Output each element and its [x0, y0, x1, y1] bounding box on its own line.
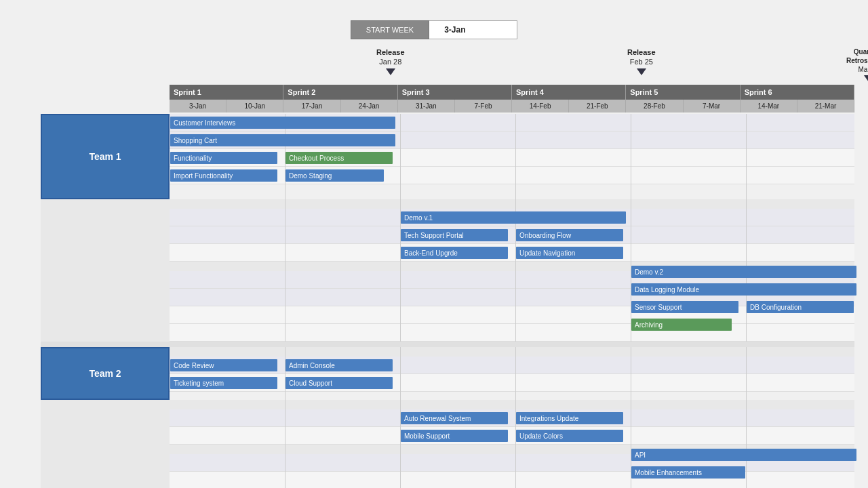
release-2-arrow: [637, 68, 646, 75]
quarterly-date: Mar 25: [859, 65, 869, 74]
task-archiving: Archiving: [631, 319, 732, 331]
sprint-header-6: Sprint 6: [741, 85, 854, 100]
task-backend-upgrade: Back-End Upgrde: [401, 247, 508, 259]
task-db-configuration: DB Configuration: [747, 301, 854, 313]
team-1-label: Team 1: [41, 114, 170, 199]
release-marker-1: Release Jan 28: [376, 47, 405, 75]
release-1-date: Jan 28: [379, 57, 401, 66]
task-cloud-support: Cloud Support: [285, 377, 393, 389]
date-14mar: 14-Mar: [741, 100, 797, 113]
date-31jan: 31-Jan: [398, 100, 455, 113]
date-17jan: 17-Jan: [283, 100, 340, 113]
release-marker-2: Release Feb 25: [627, 47, 656, 75]
task-demo-staging: Demo Staging: [285, 169, 384, 182]
date-7feb: 7-Feb: [455, 100, 512, 113]
start-week-value[interactable]: 3-Jan: [429, 20, 517, 39]
sprint-header-2: Sprint 2: [283, 85, 397, 100]
task-update-navigation: Update Navigation: [516, 247, 623, 259]
task-data-logging-module: Data Logging Module: [631, 283, 856, 296]
task-tech-support-portal: Tech Support Portal: [401, 229, 508, 241]
date-3jan: 3-Jan: [170, 100, 226, 113]
sprint-header-3: Sprint 3: [398, 85, 512, 100]
sprint-header-4: Sprint 4: [512, 85, 626, 100]
start-week-label: START WEEK: [351, 20, 429, 39]
release-1-arrow: [386, 68, 395, 75]
quarterly-arrow: [864, 75, 868, 82]
release-2-date: Feb 25: [630, 57, 653, 66]
date-21feb: 21-Feb: [569, 100, 626, 113]
date-7mar: 7-Mar: [684, 100, 741, 113]
task-auto-renewal: Auto Renewal System: [401, 412, 508, 424]
task-ticketing-system: Ticketing system: [170, 377, 277, 389]
task-sensor-support: Sensor Support: [631, 301, 738, 313]
task-demo-v1: Demo v.1: [401, 211, 626, 224]
date-24jan: 24-Jan: [341, 100, 398, 113]
quarterly-retrospective: QuarterlyRetrospective Mar 25: [846, 47, 868, 82]
release-2-label: Release: [627, 47, 656, 57]
page: START WEEK 3-Jan Release Jan 28 Release …: [0, 0, 868, 488]
quarterly-label: QuarterlyRetrospective: [846, 47, 868, 65]
date-21mar: 21-Mar: [797, 100, 854, 113]
task-demo-v2: Demo v.2: [631, 266, 856, 278]
task-customer-interviews: Customer Interviews: [170, 117, 395, 129]
task-checkout-process: Checkout Process: [285, 152, 393, 164]
task-code-review: Code Review: [170, 359, 277, 371]
task-api: API: [631, 449, 856, 461]
task-import-functionality: Import Functionality: [170, 169, 277, 182]
task-functionality: Functionality: [170, 152, 277, 164]
date-14feb: 14-Feb: [512, 100, 569, 113]
date-28feb: 28-Feb: [626, 100, 683, 113]
date-10jan: 10-Jan: [226, 100, 283, 113]
task-mobile-support: Mobile Support: [401, 430, 508, 442]
sprint-header-5: Sprint 5: [626, 85, 740, 100]
task-mobile-enhancements: Mobile Enhancements: [631, 466, 745, 479]
task-integrations-update: Integrations Update: [516, 412, 623, 424]
task-update-colors: Update Colors: [516, 430, 623, 442]
task-onboarding-flow: Onboarding Flow: [516, 229, 623, 241]
task-admin-console: Admin Console: [285, 359, 393, 371]
sprint-header-1: Sprint 1: [170, 85, 283, 100]
team-2-label: Team 2: [41, 347, 170, 400]
release-1-label: Release: [376, 47, 405, 57]
task-shopping-cart: Shopping Cart: [170, 134, 395, 146]
